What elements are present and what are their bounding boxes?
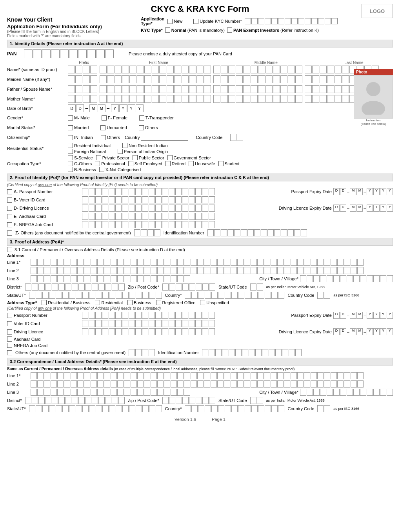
district-boxes[interactable] [25,283,125,291]
nrega-boxes[interactable] [82,221,215,228]
addr-line3-boxes[interactable] [31,275,256,282]
country-field[interactable] [141,134,188,141]
corr-country-boxes[interactable] [185,405,284,412]
govt-sector-option[interactable]: Government Sector [167,155,211,160]
corr-line2-label: Line 2 [7,382,31,386]
addr-line2-boxes[interactable] [31,267,393,274]
married-option[interactable]: Married [68,125,89,130]
b-business-option[interactable]: B-Business [68,167,96,172]
poa-nrega-row: NREGA Job Card [7,343,393,348]
driving-boxes[interactable] [82,205,215,212]
x-not-cat-option[interactable]: X-Not Categorised [99,167,141,172]
mother-name-boxes[interactable] [68,95,393,103]
corr-line3-boxes[interactable] [31,389,256,396]
corr-district-boxes[interactable] [25,397,125,404]
poa-aadhaar-checkbox[interactable] [7,336,12,342]
female-option[interactable]: F- Female [102,115,127,121]
self-employed-option[interactable]: Self Employed [128,161,162,166]
voter-checkbox[interactable] [7,197,12,203]
student-option[interactable]: Student [218,161,240,166]
indian-option[interactable]: IN- Indian [68,135,93,140]
country-code-boxes2[interactable] [317,292,330,299]
unmarried-option[interactable]: Unmarried [100,125,127,130]
unspecified-option[interactable]: Unspecified [200,300,229,305]
reg-office-option[interactable]: Registered Office [156,300,196,305]
private-sector-option[interactable]: Private Sector [96,155,129,160]
person-indian-origin-option[interactable]: Person of Indian Origin [118,149,168,154]
public-sector-option[interactable]: Public Sector [133,155,164,160]
male-option[interactable]: M- Male [68,115,90,121]
foreign-national-option[interactable]: Foreign National [68,149,106,154]
poa-voter-boxes[interactable] [82,320,215,327]
dob-boxes[interactable]: DD – MM – YYYY [68,104,144,112]
passport-checkbox[interactable] [7,189,12,194]
housewife-option[interactable]: Housewife [189,161,215,166]
poa-passport-checkbox[interactable] [7,313,12,318]
nrega-checkbox[interactable] [7,222,12,227]
o-others-option[interactable]: O-Others [68,161,92,166]
poi-z-checkbox[interactable] [7,230,12,236]
passport-boxes[interactable] [82,188,215,195]
maiden-name-boxes[interactable] [68,75,393,83]
zip-boxes[interactable] [162,283,215,291]
poa-voter-checkbox[interactable] [7,321,12,326]
pan-exempt-kyc[interactable]: PAN Exempt Investors (Refer instruction … [227,27,319,33]
new-checkbox[interactable] [167,19,173,24]
driving-checkbox[interactable] [7,206,12,211]
new-checkbox-item[interactable]: New [167,19,182,24]
country-code-boxes[interactable] [230,134,243,141]
poa-z-checkbox[interactable] [7,350,12,355]
poa-driving-expiry-boxes[interactable]: DD – MM – YYYY [333,328,393,335]
update-checkbox-item[interactable]: Update KYC Number* [193,18,338,24]
passport-expiry-label: Passport Expiry Date [291,189,332,194]
addr-line1-boxes[interactable] [31,259,393,266]
poa-nrega-checkbox[interactable] [7,343,12,348]
driving-expiry-boxes[interactable]: DD – MM – YYYY [333,205,393,212]
pan-exempt-checkbox[interactable] [227,27,232,33]
non-resident-option[interactable]: Non Resident Indian [122,143,168,148]
retired-option[interactable]: Retired [165,161,185,166]
poa-z-id-boxes[interactable] [202,349,302,356]
normal-checkbox[interactable] [165,27,170,33]
poa-passport-boxes[interactable] [82,312,215,319]
residential-only-option[interactable]: Residential [95,300,122,305]
city-boxes[interactable] [300,275,393,282]
others-marital-option[interactable]: Others [139,125,158,130]
pan-boxes[interactable] [24,49,114,58]
aadhaar-boxes[interactable] [82,213,215,220]
poi-z-id-boxes[interactable] [207,229,307,236]
update-checkbox[interactable] [193,19,198,24]
poi-z-boxes[interactable] [134,229,160,236]
state-boxes[interactable] [29,292,162,299]
professional-option[interactable]: Professional [95,161,125,166]
voter-boxes[interactable] [82,196,215,203]
others-country-option[interactable]: Others – Country [101,134,188,141]
service-option[interactable]: S-Service [68,155,93,160]
business-only-option[interactable]: Business [127,300,151,305]
corr-city-boxes[interactable] [300,389,393,396]
corr-country-code-boxes[interactable] [317,405,330,412]
state-code-boxes[interactable] [250,283,263,291]
res-business-option[interactable]: Residential / Business [42,300,90,305]
gender-row: Gender* M- Male F- Female T-Transgender [7,113,350,122]
resident-individual-option[interactable]: Resident Individual [68,143,111,148]
poa-z-boxes[interactable] [129,349,155,356]
poa-driving-boxes[interactable] [82,328,215,335]
normal-kyc[interactable]: Normal (PAN is mandatory) [165,27,225,33]
transgender-option[interactable]: T-Transgender [139,115,174,121]
passport-expiry-boxes[interactable]: DD – MM – YYYY [333,188,393,195]
section31-checkbox[interactable] [7,247,12,252]
poa-driving-checkbox[interactable] [7,329,12,335]
corr-state-boxes[interactable] [29,405,162,412]
corr-line2-boxes[interactable] [31,380,393,388]
corr-zip-boxes[interactable] [162,397,215,404]
aadhaar-checkbox[interactable] [7,214,12,219]
corr-motor-label: as per Indian Motor Vehicle Act, 1988 [266,399,325,402]
driving-expiry: Driving Licence Expiry Date DD – MM – YY… [279,205,393,212]
father-spouse-boxes[interactable] [68,85,393,93]
name-boxes[interactable] [68,66,393,73]
corr-line1-boxes[interactable] [31,372,393,379]
country-boxes[interactable] [185,292,284,299]
corr-state-code-boxes[interactable] [250,397,263,404]
poa-passport-expiry-boxes[interactable]: DD – MM – YYYY [333,312,393,319]
